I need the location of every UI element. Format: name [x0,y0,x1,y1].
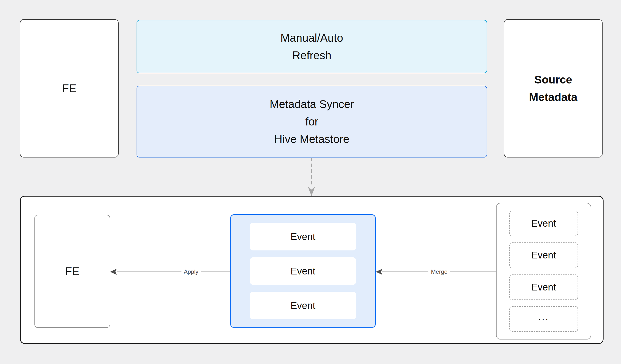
pending-event-stack: Event Event Event ... [496,203,591,340]
apply-arrow-label: Apply [181,268,201,275]
fe-node-top-label: FE [62,80,76,97]
arrowhead-left-icon [376,269,382,275]
syncer-label-line3: Hive Metastore [274,130,349,148]
refresh-label-line1: Manual/Auto [280,29,343,47]
event-card: Event [250,257,356,285]
apply-arrow-line-left [117,272,181,272]
pending-event-card-more: ... [509,306,578,332]
event-card-label: Event [291,266,315,277]
pending-event-label: Event [531,250,556,261]
apply-arrow-line-right [201,272,230,272]
merged-event-stack: Event Event Event [230,214,376,328]
event-card-label: Event [291,300,315,311]
event-card: Event [250,223,356,250]
syncer-label-line2: for [305,113,318,130]
refresh-label-line2: Refresh [292,47,331,64]
merge-arrow-line-right [450,272,496,272]
metadata-syncer-node: Metadata Syncer for Hive Metastore [137,86,487,157]
event-card: Event [250,292,356,319]
pending-event-ellipsis-label: ... [538,311,549,322]
event-card-label: Event [291,231,315,242]
pending-event-label: Event [531,282,556,293]
merge-arrow-line-left [382,272,428,272]
manual-auto-refresh-node: Manual/Auto Refresh [137,20,487,73]
source-label-line1: Source [535,71,572,88]
source-metadata-node: Source Metadata [504,19,603,157]
pending-event-card: Event [509,243,578,268]
fe-node-bottom-label: FE [65,262,80,280]
pending-event-label: Event [531,218,556,229]
merge-arrow: Merge [376,268,496,275]
source-label-line2: Metadata [529,88,577,106]
merge-arrow-label: Merge [428,268,450,275]
arrowhead-left-icon [110,269,117,275]
arrow-down-dashed-icon [307,158,316,197]
apply-arrow: Apply [110,268,230,275]
pending-event-card: Event [509,275,578,300]
pending-event-card: Event [509,211,578,236]
syncer-label-line1: Metadata Syncer [270,95,354,113]
architecture-diagram: FE Manual/Auto Refresh Metadata Syncer f… [0,0,621,364]
fe-node-bottom: FE [34,215,110,328]
fe-node-top: FE [20,19,119,157]
event-processing-panel: FE Apply Event Event Event Merge [20,196,604,344]
